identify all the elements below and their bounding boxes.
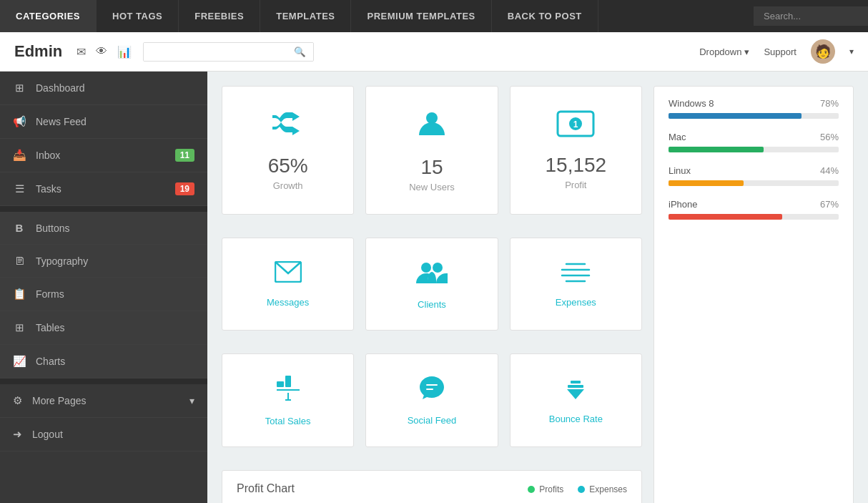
sidebar-item-tasks[interactable]: ☰ Tasks 19 bbox=[0, 172, 207, 206]
growth-label: Growth bbox=[273, 180, 303, 191]
nav-back-to-post[interactable]: Back to Post bbox=[492, 0, 598, 32]
sidebar-item-charts[interactable]: 📈 Charts bbox=[0, 345, 207, 379]
sidebar: ⊞ Dashboard 📢 News Feed 📥 Inbox 11 ☰ Tas… bbox=[0, 72, 207, 503]
nav-hot-tags[interactable]: HOT TAGS bbox=[97, 0, 179, 32]
os-stat-linux: Linux 44% bbox=[669, 165, 839, 186]
social-feed-label: Social Feed bbox=[408, 415, 457, 426]
sidebar-item-inbox[interactable]: 📥 Inbox 11 bbox=[0, 139, 207, 172]
os-stat-iphone: iPhone 67% bbox=[669, 199, 839, 220]
sales-icon bbox=[275, 374, 301, 407]
more-pages-chevron-icon: ▾ bbox=[189, 395, 194, 406]
icon-cards-row-2: Total Sales Social Feed bbox=[222, 353, 642, 447]
iphone-bar-fill bbox=[669, 214, 782, 220]
nav-premium-templates[interactable]: Premium Templates bbox=[351, 0, 491, 32]
icon-cards-row: Messages Clients bbox=[222, 238, 642, 331]
svg-rect-8 bbox=[285, 376, 291, 387]
top-search-input[interactable] bbox=[754, 6, 868, 26]
support-link[interactable]: Support bbox=[764, 47, 797, 57]
users-label: New Users bbox=[409, 182, 455, 192]
windows-bar-fill bbox=[669, 113, 802, 119]
svg-point-0 bbox=[426, 112, 438, 124]
expenses-dot bbox=[578, 486, 585, 493]
total-sales-label: Total Sales bbox=[265, 416, 311, 426]
stat-card-users: 15 New Users bbox=[365, 86, 498, 215]
sidebar-item-news-feed[interactable]: 📢 News Feed bbox=[0, 105, 207, 139]
header-search-button[interactable]: 🔍 bbox=[287, 43, 313, 61]
eye-icon[interactable]: 👁 bbox=[96, 45, 107, 58]
dashboard-icon: ⊞ bbox=[13, 82, 26, 94]
sidebar-item-buttons[interactable]: B Buttons bbox=[0, 212, 207, 245]
sidebar-item-tables[interactable]: ⊞ Tables bbox=[0, 311, 207, 345]
forms-icon: 📋 bbox=[13, 288, 26, 301]
header-bar: Edmin ✉ 👁 📊 🔍 Dropdown ▾ Support 🧑 ▾ bbox=[0, 32, 868, 72]
mail-icon[interactable]: ✉ bbox=[77, 45, 86, 59]
windows-header: Windows 8 78% bbox=[669, 98, 839, 109]
os-stat-mac: Mac 56% bbox=[669, 132, 839, 152]
card-clients[interactable]: Clients bbox=[365, 238, 498, 331]
card-social-feed[interactable]: Social Feed bbox=[365, 353, 498, 447]
logout-icon: ➜ bbox=[13, 428, 22, 441]
avatar-chevron-icon: ▾ bbox=[849, 47, 854, 57]
stats-row: 65% Growth 15 New Users bbox=[222, 86, 642, 215]
messages-label: Messages bbox=[267, 297, 309, 308]
windows-bar-bg bbox=[669, 113, 839, 119]
content-left: 65% Growth 15 New Users bbox=[222, 86, 642, 503]
right-panel: Windows 8 78% Mac 56% bbox=[654, 86, 854, 503]
inbox-badge: 11 bbox=[175, 149, 194, 162]
svg-text:1: 1 bbox=[573, 119, 578, 130]
header-search-wrap: 🔍 bbox=[143, 42, 314, 62]
profit-value: 15,152 bbox=[546, 154, 607, 177]
content-area: 65% Growth 15 New Users bbox=[207, 72, 868, 503]
clients-icon bbox=[416, 259, 448, 290]
card-expenses[interactable]: Expenses bbox=[510, 238, 642, 331]
card-bounce-rate[interactable]: Bounce Rate bbox=[510, 353, 642, 447]
sidebar-divider-2 bbox=[0, 379, 207, 384]
chevron-down-icon: ▾ bbox=[744, 47, 749, 57]
sidebar-item-more-pages[interactable]: ⚙ More Pages ▾ bbox=[0, 384, 207, 418]
nav-categories[interactable]: CATEGORIES bbox=[0, 0, 97, 32]
stat-card-profit: 1 15,152 Profit bbox=[510, 86, 642, 215]
charts-icon: 📈 bbox=[13, 355, 26, 368]
legend-expenses: Expenses bbox=[578, 484, 627, 494]
bounce-rate-label: Bounce Rate bbox=[549, 414, 603, 424]
header-icons: ✉ 👁 📊 bbox=[77, 45, 132, 59]
sidebar-item-typography[interactable]: 🖹 Typography bbox=[0, 245, 207, 278]
tasks-badge: 19 bbox=[175, 182, 194, 195]
sidebar-item-forms[interactable]: 📋 Forms bbox=[0, 278, 207, 311]
card-total-sales[interactable]: Total Sales bbox=[222, 353, 354, 447]
tables-icon: ⊞ bbox=[13, 321, 26, 334]
logo: Edmin bbox=[14, 42, 62, 61]
header-right: Dropdown ▾ Support 🧑 ▾ bbox=[699, 39, 854, 64]
typography-icon: 🖹 bbox=[13, 255, 26, 267]
iphone-header: iPhone 67% bbox=[669, 199, 839, 210]
growth-value: 65% bbox=[268, 155, 308, 177]
shuffle-icon bbox=[271, 109, 305, 145]
iphone-bar-bg bbox=[669, 214, 839, 220]
inbox-icon: 📥 bbox=[13, 149, 26, 162]
expenses-label: Expenses bbox=[556, 297, 596, 308]
sidebar-item-logout[interactable]: ➜ Logout bbox=[0, 418, 207, 451]
chart-legend: Profits Expenses bbox=[528, 484, 627, 494]
buttons-icon: B bbox=[13, 222, 26, 234]
header-search-input[interactable] bbox=[144, 43, 287, 61]
os-stat-windows: Windows 8 78% bbox=[669, 98, 839, 119]
envelope-icon bbox=[275, 260, 302, 288]
nav-freebies[interactable]: FREEBIES bbox=[179, 0, 260, 32]
dropdown-button[interactable]: Dropdown ▾ bbox=[699, 47, 749, 57]
expenses-icon bbox=[561, 260, 591, 288]
svg-rect-7 bbox=[277, 381, 284, 387]
sidebar-item-dashboard[interactable]: ⊞ Dashboard bbox=[0, 72, 207, 105]
card-messages[interactable]: Messages bbox=[222, 238, 354, 331]
mac-bar-fill bbox=[669, 147, 764, 152]
users-value: 15 bbox=[420, 156, 443, 179]
linux-bar-bg bbox=[669, 180, 839, 186]
gear-icon: ⚙ bbox=[13, 394, 22, 407]
nav-templates[interactable]: Templates bbox=[260, 0, 351, 32]
stat-card-growth: 65% Growth bbox=[222, 86, 354, 215]
profits-dot bbox=[528, 486, 535, 493]
chart-icon[interactable]: 📊 bbox=[117, 45, 132, 59]
bounce-icon bbox=[562, 377, 589, 405]
svg-rect-10 bbox=[571, 381, 581, 384]
avatar[interactable]: 🧑 bbox=[811, 39, 835, 64]
social-icon bbox=[418, 375, 445, 406]
